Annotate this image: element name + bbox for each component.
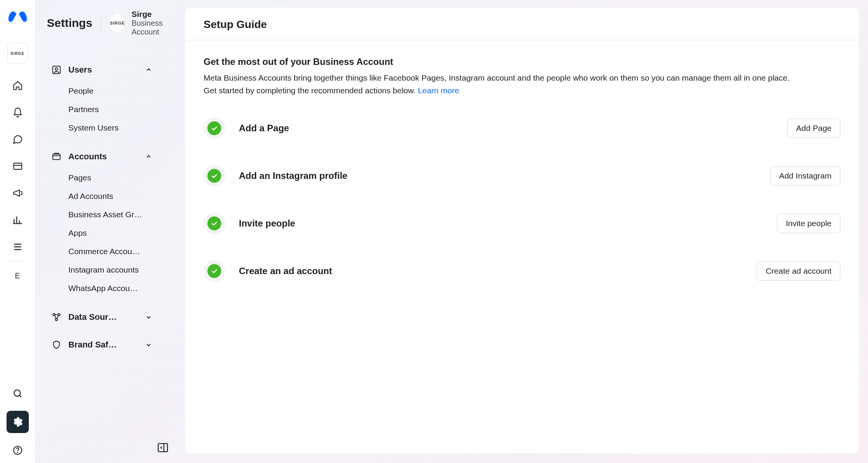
- sidebar-section-brand-safety[interactable]: Brand Saf…: [47, 334, 178, 355]
- sidebar-item-system-users[interactable]: System Users: [68, 123, 161, 132]
- megaphone-icon[interactable]: [12, 187, 23, 199]
- settings-sidebar: Settings SIRGE Sirge Business Account Us…: [35, 0, 185, 463]
- header-divider: [101, 15, 101, 31]
- users-icon: [51, 65, 61, 75]
- sidebar-item-commerce-accounts[interactable]: Commerce Accou…: [68, 247, 161, 256]
- accounts-icon: [51, 152, 61, 162]
- sidebar-item-pages[interactable]: Pages: [68, 173, 161, 182]
- chevron-up-icon: [144, 66, 153, 74]
- step-add-page: Add a Page Add Page: [204, 117, 840, 139]
- data-sources-icon: [51, 312, 61, 322]
- sidebar-section-label: Users: [68, 65, 137, 75]
- settings-icon[interactable]: [7, 411, 29, 433]
- svg-rect-0: [13, 163, 22, 169]
- add-instagram-button[interactable]: Add Instagram: [770, 166, 840, 185]
- svg-point-5: [55, 68, 58, 71]
- intro-text: Meta Business Accounts bring together th…: [204, 72, 803, 97]
- step-label: Create an ad account: [239, 266, 757, 276]
- user-initial[interactable]: E: [15, 271, 20, 280]
- bell-icon[interactable]: [12, 107, 23, 118]
- svg-point-1: [14, 390, 20, 396]
- chevron-down-icon: [144, 313, 153, 321]
- svg-rect-4: [53, 66, 60, 74]
- sidebar-item-partners[interactable]: Partners: [68, 105, 161, 114]
- sidebar-section-label: Brand Saf…: [68, 340, 137, 350]
- sidebar-item-business-asset-groups[interactable]: Business Asset Gr…: [68, 210, 161, 219]
- sidebar-item-ad-accounts[interactable]: Ad Accounts: [68, 192, 161, 201]
- meta-logo-icon[interactable]: [8, 8, 28, 29]
- intro-title: Get the most out of your Business Accoun…: [204, 56, 840, 67]
- page-title: Settings: [47, 17, 92, 30]
- check-icon: [204, 117, 225, 139]
- sidebar-section-label: Data Sour…: [68, 312, 137, 322]
- shield-icon: [51, 340, 61, 350]
- invite-people-button[interactable]: Invite people: [777, 214, 840, 233]
- svg-rect-6: [53, 154, 60, 160]
- step-invite-people: Invite people Invite people: [204, 213, 840, 234]
- left-rail: SIRGE E: [0, 0, 35, 463]
- svg-point-3: [17, 452, 18, 453]
- menu-icon[interactable]: [12, 241, 23, 253]
- svg-point-8: [58, 314, 60, 316]
- sidebar-item-instagram-accounts[interactable]: Instagram accounts: [68, 265, 161, 274]
- business-selector[interactable]: SIRGE Sirge Business Account: [109, 9, 178, 36]
- sidebar-section-users[interactable]: Users: [47, 60, 178, 80]
- create-ad-account-button[interactable]: Create ad account: [757, 261, 840, 281]
- help-icon[interactable]: [12, 445, 23, 456]
- step-label: Add an Instagram profile: [239, 170, 770, 181]
- search-icon[interactable]: [12, 388, 23, 399]
- sidebar-item-whatsapp-accounts[interactable]: WhatsApp Accou…: [68, 284, 161, 293]
- learn-more-link[interactable]: Learn more: [418, 86, 459, 95]
- business-subtitle: Business Account: [131, 19, 178, 36]
- business-logo: SIRGE: [109, 13, 125, 33]
- chevron-up-icon: [144, 152, 153, 161]
- check-icon: [204, 213, 225, 234]
- home-icon[interactable]: [12, 80, 23, 91]
- svg-rect-10: [158, 443, 167, 451]
- add-page-button[interactable]: Add Page: [787, 119, 840, 138]
- check-icon: [204, 165, 225, 187]
- business-avatar[interactable]: SIRGE: [7, 43, 28, 64]
- chevron-down-icon: [144, 341, 153, 349]
- svg-point-7: [53, 314, 55, 316]
- card-title: Setup Guide: [204, 18, 840, 31]
- step-label: Invite people: [239, 218, 777, 229]
- step-create-ad-account: Create an ad account Create ad account: [204, 260, 840, 282]
- step-label: Add a Page: [239, 123, 787, 134]
- sidebar-item-people[interactable]: People: [68, 86, 161, 96]
- intro-text-body: Meta Business Accounts bring together th…: [204, 73, 790, 95]
- collapse-sidebar-icon[interactable]: [157, 442, 170, 455]
- sidebar-item-apps[interactable]: Apps: [68, 228, 161, 238]
- chat-icon[interactable]: [12, 134, 23, 145]
- insights-icon[interactable]: [12, 214, 23, 226]
- step-add-instagram: Add an Instagram profile Add Instagram: [204, 165, 840, 187]
- rail-divider: [9, 261, 26, 261]
- sidebar-section-accounts[interactable]: Accounts: [47, 146, 178, 167]
- check-icon: [204, 260, 225, 282]
- business-name: Sirge: [131, 9, 178, 19]
- sidebar-section-label: Accounts: [68, 152, 137, 162]
- sidebar-section-data-sources[interactable]: Data Sour…: [47, 307, 178, 327]
- posts-icon[interactable]: [12, 160, 23, 172]
- main-content: Setup Guide Get the most out of your Bus…: [185, 0, 868, 463]
